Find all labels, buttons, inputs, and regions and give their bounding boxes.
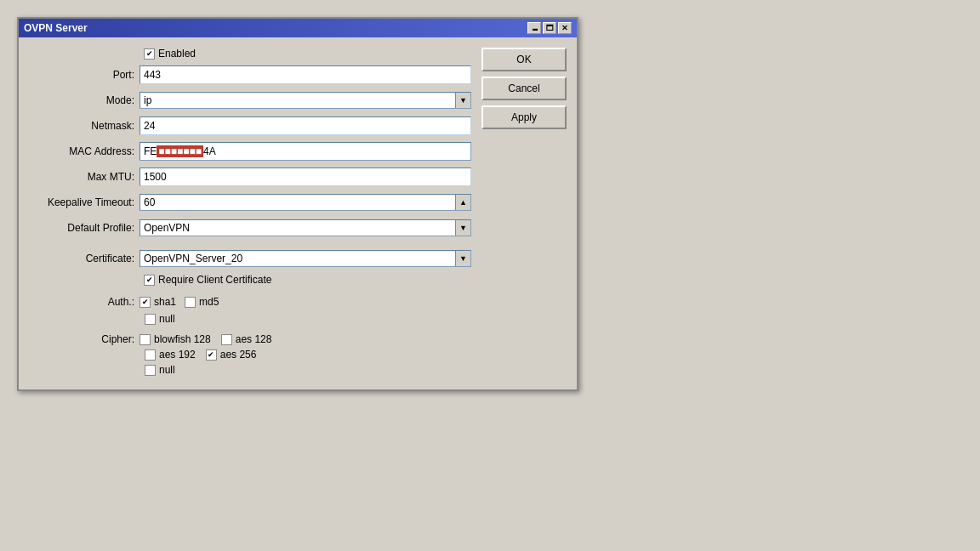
cipher-blowfish128-label[interactable]: blowfish 128 bbox=[140, 333, 211, 345]
maximize-button[interactable]: 🗖 bbox=[543, 22, 556, 34]
window-title: OVPN Server bbox=[24, 22, 88, 34]
apply-button[interactable]: Apply bbox=[481, 105, 567, 129]
ovpn-server-window: OVPN Server 🗕 🗖 ✕ Enabled Port: bbox=[17, 17, 578, 391]
cipher-null-row: null bbox=[29, 364, 471, 376]
cipher-null-text: null bbox=[159, 364, 175, 376]
default-profile-row: Default Profile: OpenVPN ▼ bbox=[29, 218, 471, 238]
netmask-input[interactable] bbox=[140, 116, 471, 135]
netmask-row: Netmask: bbox=[29, 116, 471, 136]
mode-value: ip bbox=[140, 93, 455, 108]
auth-null-text: null bbox=[159, 313, 175, 325]
certificate-row: Certificate: OpenVPN_Server_20 ▼ bbox=[29, 248, 471, 269]
cipher-blowfish128-checkbox[interactable] bbox=[140, 334, 151, 345]
mac-suffix: 4A bbox=[203, 145, 216, 157]
mode-dropdown-arrow[interactable]: ▼ bbox=[455, 93, 470, 108]
mode-label: Mode: bbox=[29, 94, 140, 106]
require-client-cert-label[interactable]: Require Client Certificate bbox=[144, 274, 271, 286]
auth-label: Auth.: bbox=[29, 296, 140, 308]
certificate-dropdown-arrow[interactable]: ▼ bbox=[455, 251, 470, 266]
title-bar: OVPN Server 🗕 🗖 ✕ bbox=[19, 19, 577, 37]
max-mtu-label: Max MTU: bbox=[29, 171, 140, 183]
close-button[interactable]: ✕ bbox=[558, 22, 572, 34]
keepalive-label: Keepalive Timeout: bbox=[29, 196, 140, 208]
keepalive-dropdown[interactable]: 60 ▲ bbox=[140, 194, 471, 211]
max-mtu-row: Max MTU: bbox=[29, 167, 471, 187]
cipher-aes128-label[interactable]: aes 128 bbox=[221, 333, 272, 345]
mac-prefix: FE bbox=[144, 145, 157, 157]
port-label: Port: bbox=[29, 69, 140, 81]
enabled-checkbox[interactable] bbox=[144, 48, 155, 60]
default-profile-dropdown-arrow[interactable]: ▼ bbox=[455, 220, 470, 236]
enabled-label: Enabled bbox=[158, 48, 196, 60]
auth-row: Auth.: sha1 md5 bbox=[29, 296, 471, 308]
auth-md5-checkbox[interactable] bbox=[185, 297, 196, 308]
mode-dropdown[interactable]: ip ▼ bbox=[140, 92, 471, 109]
auth-sha1-checkbox[interactable] bbox=[140, 297, 151, 308]
certificate-label: Certificate: bbox=[29, 253, 140, 264]
auth-null-row: null bbox=[29, 313, 471, 325]
enabled-checkbox-label[interactable]: Enabled bbox=[144, 48, 196, 60]
port-input[interactable] bbox=[140, 65, 471, 84]
keepalive-up-arrow[interactable]: ▲ bbox=[455, 195, 470, 210]
cipher-aes256-text: aes 256 bbox=[220, 349, 257, 361]
auth-sha1-text: sha1 bbox=[154, 296, 176, 308]
default-profile-label: Default Profile: bbox=[29, 222, 140, 234]
cipher-label: Cipher: bbox=[29, 333, 140, 345]
title-bar-buttons: 🗕 🗖 ✕ bbox=[527, 22, 572, 34]
mac-address-row: MAC Address: FE■■■■■■■4A bbox=[29, 141, 471, 162]
certificate-value: OpenVPN_Server_20 bbox=[140, 251, 455, 266]
cipher-null-checkbox[interactable] bbox=[145, 365, 156, 376]
cipher-row-2: aes 192 aes 256 bbox=[29, 349, 471, 361]
main-form: Enabled Port: Mode: ip ▼ Netmask: bbox=[29, 48, 471, 379]
cipher-aes256-label[interactable]: aes 256 bbox=[206, 349, 257, 361]
cipher-aes192-checkbox[interactable] bbox=[145, 349, 156, 361]
default-profile-value: OpenVPN bbox=[140, 220, 455, 236]
window-body: Enabled Port: Mode: ip ▼ Netmask: bbox=[19, 37, 577, 389]
mac-address-label: MAC Address: bbox=[29, 145, 140, 157]
auth-md5-label[interactable]: md5 bbox=[185, 296, 219, 308]
mode-row: Mode: ip ▼ bbox=[29, 90, 471, 111]
cancel-button[interactable]: Cancel bbox=[481, 77, 567, 100]
cipher-aes192-text: aes 192 bbox=[159, 349, 196, 361]
enabled-row: Enabled bbox=[29, 48, 471, 60]
require-client-cert-text: Require Client Certificate bbox=[158, 274, 271, 286]
auth-null-label[interactable]: null bbox=[145, 313, 175, 325]
cipher-aes192-label[interactable]: aes 192 bbox=[145, 349, 196, 361]
auth-options: sha1 md5 bbox=[140, 296, 219, 308]
cipher-null-label[interactable]: null bbox=[145, 364, 175, 376]
cipher-blowfish128-text: blowfish 128 bbox=[154, 333, 211, 345]
port-row: Port: bbox=[29, 65, 471, 85]
side-buttons: OK Cancel Apply bbox=[481, 48, 567, 379]
auth-null-checkbox[interactable] bbox=[145, 314, 156, 325]
cipher-aes256-checkbox[interactable] bbox=[206, 349, 217, 361]
cipher-aes128-checkbox[interactable] bbox=[221, 334, 232, 345]
max-mtu-input[interactable] bbox=[140, 168, 471, 186]
ok-button[interactable]: OK bbox=[481, 48, 567, 71]
cipher-row-1: Cipher: blowfish 128 aes 128 bbox=[29, 333, 471, 345]
cipher-aes128-text: aes 128 bbox=[236, 333, 272, 345]
keepalive-row: Keepalive Timeout: 60 ▲ bbox=[29, 192, 471, 213]
certificate-dropdown[interactable]: OpenVPN_Server_20 ▼ bbox=[140, 250, 471, 267]
require-client-cert-row: Require Client Certificate bbox=[29, 274, 471, 286]
require-client-cert-checkbox[interactable] bbox=[144, 275, 155, 286]
auth-md5-text: md5 bbox=[199, 296, 219, 308]
netmask-label: Netmask: bbox=[29, 120, 140, 132]
default-profile-dropdown[interactable]: OpenVPN ▼ bbox=[140, 219, 471, 236]
mac-address-input[interactable]: FE■■■■■■■4A bbox=[140, 142, 471, 161]
keepalive-value: 60 bbox=[140, 195, 455, 210]
cipher-options-1: blowfish 128 aes 128 bbox=[140, 333, 271, 345]
minimize-button[interactable]: 🗕 bbox=[527, 22, 541, 34]
auth-sha1-label[interactable]: sha1 bbox=[140, 296, 176, 308]
mac-redacted: ■■■■■■■ bbox=[157, 145, 203, 157]
